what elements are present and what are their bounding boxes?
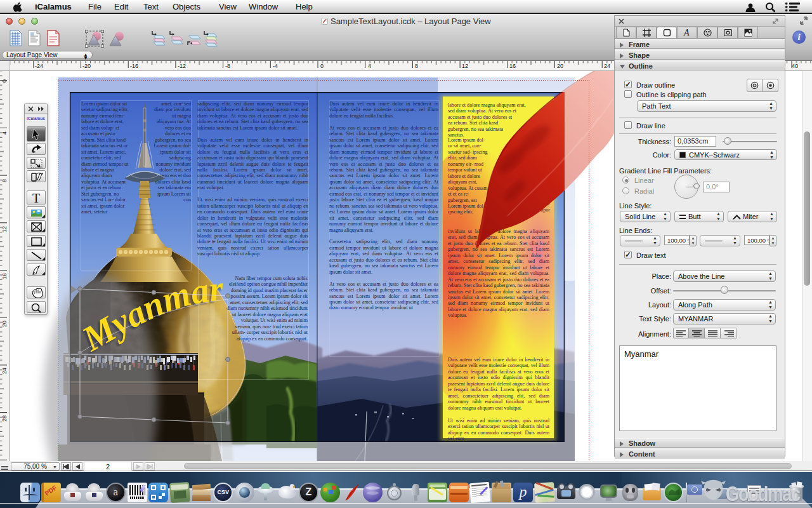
svg-text:T: T	[32, 191, 40, 204]
svg-text:A: A	[683, 28, 690, 37]
